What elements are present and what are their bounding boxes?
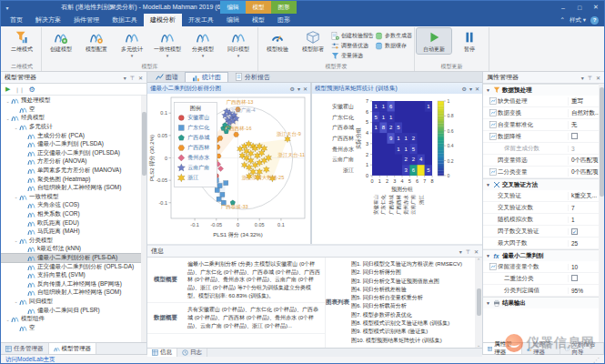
figure-list-item[interactable]: 图6. 回归分析载荷分析 [351, 302, 473, 310]
ribbon-button-创建校验报告[interactable]: 创建校验报告 [331, 31, 374, 40]
prop-row-二分类变量[interactable]: 二分类变量0个匹配项 [483, 167, 604, 178]
figure-list-item[interactable]: 图4. 回归分析残差检验 [351, 286, 473, 294]
close-icon[interactable]: ✕ [475, 86, 479, 92]
prop-row-自变量标准化[interactable]: 自变量标准化无 [483, 119, 604, 131]
tree-item-反向传播人工神经网络 (BP网络)[interactable]: 反向传播人工神经网络 (BP网络) [1, 279, 146, 288]
tree-item-支持向量机 (SVM)[interactable]: 支持向量机 (SVM) [1, 271, 146, 280]
tree-item-相关系数 (COR)[interactable]: 相关系数 (COR) [1, 210, 146, 219]
collapse-caret-icon[interactable]: ▼ [486, 253, 491, 258]
maximize-button[interactable]: □ [571, 1, 588, 14]
tree-item-经典模型[interactable]: ⌄经典模型 [1, 114, 146, 123]
prop-row-缺失值处理[interactable]: 缺失值处理重写 [483, 96, 604, 107]
tree-item-偏最小二乘回归 (PLSR)[interactable]: 偏最小二乘回归 (PLSR) [1, 306, 146, 315]
checkbox-二重法分类[interactable] [571, 275, 578, 281]
ribbon-tab-模型[interactable]: 模型 [246, 14, 271, 26]
prop-section-交叉验证方法[interactable]: ▼交叉验证方法 [483, 178, 604, 190]
minimize-button[interactable]: – [555, 1, 571, 14]
tree-item-夹角余弦 (COS)[interactable]: 夹角余弦 (COS) [1, 201, 146, 210]
ribbon-button-分类模型[interactable]: 分类模型▾ [186, 28, 220, 57]
ribbon-button-暂停[interactable]: 暂停 [452, 28, 487, 54]
tree-item-预处理模型[interactable]: ⌄预处理模型 [1, 96, 146, 106]
tree-item-方差分析 (ANOVA)[interactable]: 方差分析 (ANOVA) [1, 157, 146, 167]
close-button[interactable]: ✕ [588, 1, 604, 14]
style-button[interactable]: 样式 ▾ [570, 16, 586, 25]
right-panel-tab-属性管理器[interactable]: 属性管理器 [483, 343, 522, 354]
ribbon-button-调整值优选[interactable]: 调整值优选 [331, 41, 374, 50]
tree-item-空[interactable]: 空 [1, 323, 146, 332]
panel-menu-icon[interactable]: ▾ [459, 248, 462, 255]
app-menu-icon[interactable]: ▾ [1, 5, 14, 11]
ribbon-tab-编辑[interactable]: 编辑 [220, 14, 246, 26]
prop-row-交叉验证次数[interactable]: 交叉验证次数7 [483, 202, 604, 214]
ribbon-button-自动更新[interactable]: 自动更新 [417, 28, 451, 54]
center-panel-tab-信息[interactable]: 信息 [147, 349, 177, 357]
prop-row-数据降维[interactable]: 数据降维 [483, 131, 604, 143]
tree-item-模型组件[interactable]: ⌄模型组件 [1, 315, 146, 324]
prop-section-结果输出[interactable]: ▼结果输出 [483, 297, 604, 308]
prop-row-二重法分类[interactable]: 二重法分类 [483, 273, 604, 285]
ribbon-button-创建模型[interactable]: 创建模型 [44, 28, 78, 54]
prop-row-保留主成分数[interactable]: 保留主成分数3 [483, 143, 604, 155]
tree-item-多元统计[interactable]: ⌄多元统计 [1, 123, 146, 132]
tree-item-正交偏最小二乘判别分析 (OPLS-DA)[interactable]: 正交偏最小二乘判别分析 (OPLS-DA) [1, 262, 146, 271]
prop-row-保留潜变量个数[interactable]: 保留潜变量个数10 [483, 261, 604, 273]
tree-item-自组织映射人工神经网络 (SOM)[interactable]: 自组织映射人工神经网络 (SOM) [1, 288, 146, 298]
close-icon[interactable]: ✕ [474, 248, 479, 255]
expand-caret-icon[interactable]: ⌄ [5, 116, 11, 121]
ribbon-tab-建模分析[interactable]: 建模分析 [144, 14, 182, 26]
ribbon-button-模型配置[interactable]: 模型配置 [79, 28, 114, 54]
tree-item-k最近邻法 (kNN)[interactable]: k最近邻法 (kNN) [1, 245, 146, 254]
ribbon-button-数据缓存[interactable]: 数据缓存 [375, 41, 412, 50]
prop-section-偏最小二乘判别[interactable]: ▼fx偏最小二乘判别 [483, 249, 604, 261]
doc-tab-分析报告[interactable]: 分析报告 [228, 72, 277, 82]
tree-item-回归模型[interactable]: ⌄回归模型 [1, 298, 146, 307]
tree-item-自组织映射人工神经网络 (SOM)[interactable]: 自组织映射人工神经网络 (SOM) [1, 184, 146, 193]
gear-icon[interactable]: ⚙ [28, 86, 35, 94]
tools-icon[interactable]: ⚙ [462, 86, 467, 92]
figure-list-item[interactable]: 图1. 回归模型交叉验证均方根误差 (RMSECV) [351, 260, 473, 268]
prop-row-因子数交叉验证[interactable]: 因子数交叉验证✓ [483, 226, 604, 238]
tree-scrollbar[interactable] [141, 96, 146, 342]
panel-menu-icon[interactable]: ▾ [581, 75, 584, 81]
left-panel-tab-任务管理器[interactable]: 任务管理器 [1, 343, 49, 354]
dropdown-icon[interactable]: ▾ [469, 86, 472, 92]
checkbox-数据降维[interactable] [571, 133, 578, 139]
expand-caret-icon[interactable]: ⌄ [13, 238, 19, 243]
figure-list-item[interactable]: 图10. 模型预测结果矩阵统计 (训练集) [351, 337, 473, 345]
tree-item-分类模型[interactable]: ⌄分类模型 [1, 237, 146, 246]
ribbon-tab-首页[interactable]: 首页 [4, 14, 29, 26]
collapse-caret-icon[interactable]: ▼ [486, 300, 491, 306]
figure-list-item[interactable]: 图3. 回归分析交叉验证预测值散点图 [351, 278, 473, 286]
left-panel-tab-模型管理器[interactable]: 模型管理器 [49, 343, 97, 354]
figure-list-item[interactable]: 图7. 模型参数评价及优化 [351, 311, 473, 319]
collapse-caret-icon[interactable]: ▼ [486, 87, 491, 93]
info-scrollbar[interactable]: ⌃⌄ [475, 258, 482, 348]
tree-item-偏最小二乘判别分析 (PLS-DA)[interactable]: 偏最小二乘判别分析 (PLS-DA) [1, 254, 146, 263]
ribbon-tab-数据工具[interactable]: 数据工具 [106, 14, 144, 26]
expand-caret-icon[interactable]: ⌄ [13, 298, 19, 304]
tree-item-偏最小二乘判别 (PLSDA)[interactable]: 偏最小二乘判别 (PLSDA) [1, 140, 146, 149]
tree-item-聚类热图 (Heatmap)[interactable]: 聚类热图 (Heatmap) [1, 175, 146, 184]
tree-item-一致性模型[interactable]: ⌄一致性模型 [1, 193, 146, 202]
tree-item-马氏距离 (MAH)[interactable]: 马氏距离 (MAH) [1, 228, 146, 237]
ribbon-button-回归模型[interactable]: 回归模型▾ [221, 28, 256, 57]
modellab-home-link[interactable]: 访问ModelLab主页 [5, 356, 55, 364]
prop-section-数据预处理[interactable]: ▼数据预处理 [483, 84, 604, 96]
tree-item-主成分分析 (PCA)[interactable]: 主成分分析 (PCA) [1, 131, 146, 140]
ribbon-button-一致性模型[interactable]: 一致性模型▾ [150, 28, 185, 57]
prop-row-交叉验证[interactable]: 交叉验证k重交叉... [483, 190, 604, 202]
resize-grip[interactable]: ⋰ [593, 357, 600, 364]
pin-icon[interactable]: ⊤ [130, 75, 135, 81]
center-panel-tab-日志[interactable]: 日志 [177, 349, 207, 357]
ribbon-tab-插件管理[interactable]: 插件管理 [67, 14, 106, 26]
tree-item-欧氏距离 (EDU)[interactable]: 欧氏距离 (EDU) [1, 218, 146, 228]
prop-row-最大因子数[interactable]: 最大因子数25 [483, 238, 604, 249]
ribbon-button-模型校验[interactable]: 模型校验 [260, 28, 295, 54]
prop-row-数据变换[interactable]: 数据变换自然对数... [483, 107, 604, 119]
pause-model-icon[interactable]: ❘❘ [15, 86, 24, 93]
run-model-icon[interactable]: ▶ [5, 86, 10, 93]
prop-row-随机模拟次数[interactable]: 随机模拟次数1 [483, 214, 604, 226]
ribbon-tab-开发工具[interactable]: 开发工具 [182, 14, 220, 26]
prop-row-因变量筛选[interactable]: 因变量筛选0个匹配项 [483, 155, 604, 167]
checkbox-因子数交叉验证[interactable]: ✓ [571, 228, 578, 235]
